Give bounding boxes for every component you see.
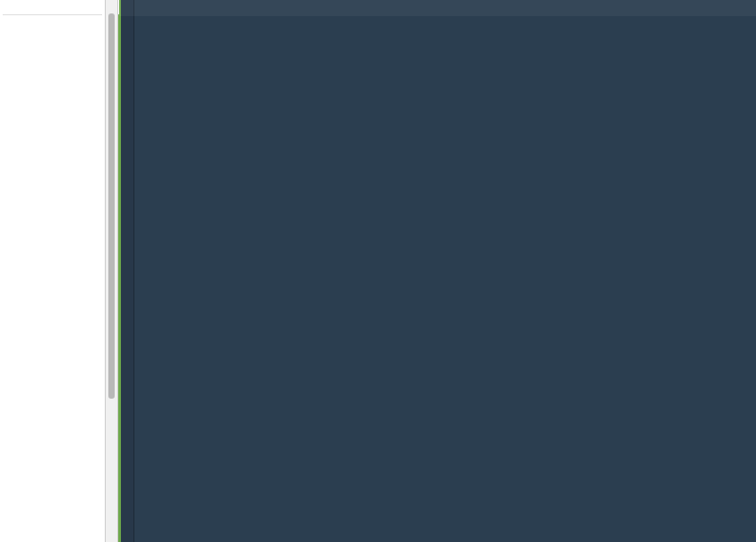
git-gutter	[118, 0, 121, 542]
code-area[interactable]	[173, 0, 743, 542]
pane-splitter[interactable]	[105, 0, 118, 542]
fold-arrows-icon	[106, 0, 117, 13]
browser-toolbar	[3, 0, 102, 15]
minimap[interactable]	[743, 0, 756, 542]
code-editor[interactable]	[118, 0, 756, 542]
browser-output-pane	[0, 0, 105, 542]
line-number-gutter[interactable]	[134, 0, 173, 542]
